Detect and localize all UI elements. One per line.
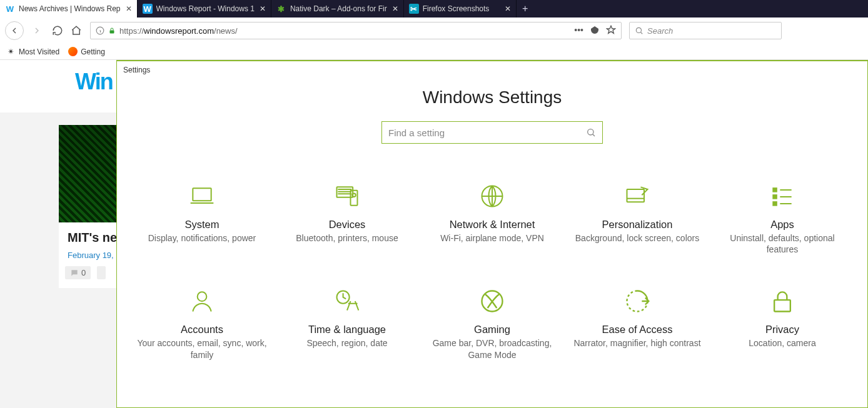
svg-point-2 xyxy=(636,27,641,32)
page-actions-icon[interactable]: ••• xyxy=(574,25,583,37)
favicon-w-icon: W xyxy=(5,4,15,14)
info-icon xyxy=(96,26,104,35)
favicon-puzzle-icon: ✱ xyxy=(276,4,286,14)
category-privacy[interactable]: Privacy Location, camera xyxy=(710,287,855,360)
laptop-icon xyxy=(187,182,217,210)
svg-point-13 xyxy=(198,292,207,302)
category-apps[interactable]: Apps Uninstall, defaults, optional featu… xyxy=(710,182,855,255)
category-ease-of-access[interactable]: Ease of Access Narrator, magnifier, high… xyxy=(565,287,710,360)
category-gaming[interactable]: Gaming Game bar, DVR, broadcasting, Game… xyxy=(420,287,565,360)
url-text: https://windowsreport.com/news/ xyxy=(119,26,570,36)
browser-tab[interactable]: W News Archives | Windows Rep ✕ xyxy=(0,0,138,17)
lock-icon xyxy=(108,26,116,35)
category-network[interactable]: Network & Internet Wi-Fi, airplane mode,… xyxy=(420,182,565,255)
page-area: Win MIT's ne chip will February 19, 0 Se… xyxy=(0,60,868,408)
gear-icon: ✴ xyxy=(6,47,16,56)
settings-window: Settings Windows Settings Find a setting… xyxy=(116,60,868,408)
browser-tab-strip: W News Archives | Windows Rep ✕ W Window… xyxy=(0,0,868,17)
svg-rect-16 xyxy=(774,301,790,312)
browser-tab[interactable]: W Windows Report - Windows 1 ✕ xyxy=(138,0,271,17)
new-tab-button[interactable]: + xyxy=(517,0,534,17)
svg-rect-4 xyxy=(193,188,211,201)
bookmark-most-visited[interactable]: ✴ Most Visited xyxy=(6,47,59,56)
share-button[interactable] xyxy=(97,266,106,279)
time-language-icon xyxy=(332,287,362,315)
xbox-icon xyxy=(477,287,507,315)
arrow-right-icon xyxy=(32,26,42,36)
settings-window-title: Settings xyxy=(117,61,867,79)
category-personalization[interactable]: Personalization Background, lock screen,… xyxy=(565,182,710,255)
category-time-language[interactable]: Time & language Speech, region, date xyxy=(275,287,420,360)
category-system[interactable]: System Display, notifications, power xyxy=(129,182,275,255)
svg-point-3 xyxy=(588,129,593,135)
forward-button[interactable] xyxy=(28,21,46,40)
paint-icon xyxy=(622,182,652,210)
svg-rect-10 xyxy=(773,188,777,192)
search-icon xyxy=(635,26,643,35)
tab-close-icon[interactable]: ✕ xyxy=(391,4,400,13)
person-icon xyxy=(187,287,217,315)
tab-close-icon[interactable]: ✕ xyxy=(258,4,267,13)
svg-rect-12 xyxy=(773,202,777,206)
browser-tab[interactable]: ✂ Firefox Screenshots ✕ xyxy=(404,0,517,17)
bookmark-star-icon[interactable] xyxy=(606,25,616,37)
tab-close-icon[interactable]: ✕ xyxy=(503,4,512,13)
pocket-icon[interactable] xyxy=(590,25,600,37)
category-accounts[interactable]: Accounts Your accounts, email, sync, wor… xyxy=(129,287,275,360)
back-button[interactable] xyxy=(5,21,24,40)
ease-of-access-icon xyxy=(622,287,652,315)
tab-title: News Archives | Windows Rep xyxy=(19,4,121,13)
reload-icon xyxy=(52,25,63,36)
comment-icon xyxy=(70,269,79,277)
category-devices[interactable]: Devices Bluetooth, printers, mouse xyxy=(275,182,420,255)
svg-rect-9 xyxy=(627,189,645,202)
browser-tab[interactable]: ✱ Native Dark – Add-ons for Fir ✕ xyxy=(271,0,404,17)
settings-categories-grid: System Display, notifications, power Dev… xyxy=(129,182,855,361)
svg-rect-1 xyxy=(110,31,114,34)
favicon-w-icon: W xyxy=(143,4,153,14)
home-button[interactable] xyxy=(69,23,84,38)
url-bar[interactable]: https://windowsreport.com/news/ ••• xyxy=(90,22,622,39)
home-icon xyxy=(71,25,82,36)
firefox-icon xyxy=(68,47,78,56)
settings-search-input[interactable]: Find a setting xyxy=(381,121,603,144)
list-icon xyxy=(767,182,797,210)
arrow-left-icon xyxy=(9,26,19,36)
settings-search-placeholder: Find a setting xyxy=(388,127,586,138)
tab-title: Firefox Screenshots xyxy=(423,4,500,13)
site-logo[interactable]: Win xyxy=(75,69,113,95)
svg-point-7 xyxy=(352,193,356,197)
tab-close-icon[interactable]: ✕ xyxy=(124,4,133,13)
search-icon xyxy=(586,127,596,137)
lock-icon xyxy=(767,287,797,315)
reload-button[interactable] xyxy=(50,23,65,38)
devices-icon xyxy=(332,182,362,210)
bookmark-getting-started[interactable]: Getting xyxy=(68,47,105,56)
browser-toolbar: https://windowsreport.com/news/ ••• Sear… xyxy=(0,17,868,44)
favicon-scissors-icon: ✂ xyxy=(409,4,419,14)
tab-title: Native Dark – Add-ons for Fir xyxy=(290,4,387,13)
tab-title: Windows Report - Windows 1 xyxy=(156,4,255,13)
bookmarks-bar: ✴ Most Visited Getting xyxy=(0,44,868,60)
search-placeholder: Search xyxy=(647,26,673,36)
globe-icon xyxy=(477,182,507,210)
comment-count[interactable]: 0 xyxy=(65,266,91,279)
svg-rect-11 xyxy=(773,195,777,199)
browser-search-input[interactable]: Search xyxy=(629,22,782,39)
settings-heading: Windows Settings xyxy=(117,87,867,107)
